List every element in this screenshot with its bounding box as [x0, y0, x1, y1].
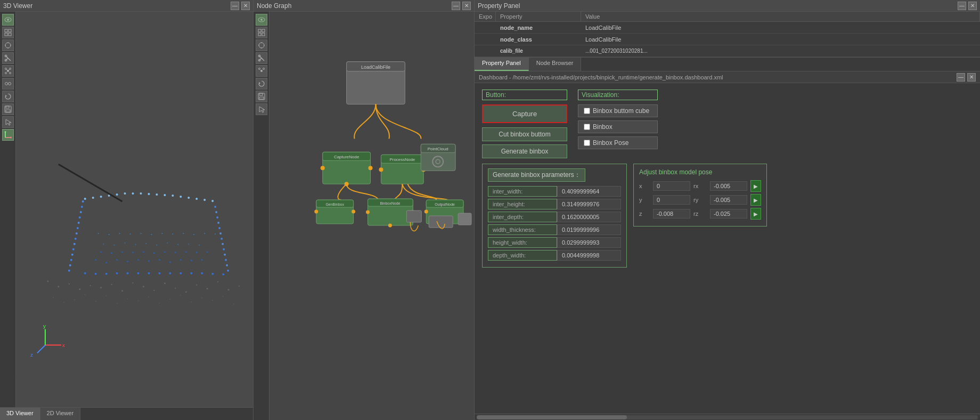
- svg-point-112: [223, 248, 225, 251]
- toolbar-scissors-icon[interactable]: [2, 52, 14, 64]
- toolbar-nodes-icon[interactable]: [2, 65, 14, 77]
- svg-point-218: [379, 167, 383, 172]
- nodegraph-minimize[interactable]: —: [452, 2, 460, 10]
- svg-point-42: [121, 290, 123, 292]
- adjust-y-input[interactable]: [653, 195, 690, 205]
- svg-marker-25: [5, 95, 7, 97]
- node-toolbar-grid[interactable]: [256, 27, 267, 38]
- cut-binbox-button[interactable]: Cut binbox buttom: [482, 127, 567, 141]
- generate-binbox-button[interactable]: Generate binbox: [482, 144, 567, 158]
- node-toolbar-eye[interactable]: [256, 14, 267, 26]
- node-toolbar-save[interactable]: [256, 91, 267, 102]
- toolbar-cursor-icon[interactable]: [2, 116, 14, 128]
- svg-point-51: [217, 281, 218, 282]
- prop-row-2: calib_file ...001_02720031020281...: [475, 45, 980, 57]
- param-row-1: inter_height: 0.3149999976: [488, 199, 621, 209]
- svg-rect-2: [5, 29, 7, 32]
- svg-text:PointCloud: PointCloud: [428, 147, 448, 151]
- adjust-rz-input[interactable]: [710, 209, 747, 219]
- binbox-pose-input[interactable]: [584, 140, 590, 146]
- adjust-rx-input[interactable]: [710, 181, 747, 191]
- param-value-3[interactable]: 0.0199999996: [557, 224, 621, 235]
- node-toolbar-scissors[interactable]: [256, 52, 267, 64]
- svg-point-116: [227, 270, 229, 272]
- 3d-pointcloud: x y z: [16, 12, 253, 407]
- dashboard-close[interactable]: ✕: [967, 73, 976, 82]
- svg-point-64: [159, 303, 160, 304]
- viewer3d-minimize[interactable]: —: [231, 2, 239, 10]
- svg-point-118: [95, 273, 97, 275]
- svg-text:z: z: [30, 352, 33, 358]
- svg-point-158: [156, 245, 157, 246]
- dashboard-minimize[interactable]: —: [957, 73, 965, 82]
- binbox-checkbox[interactable]: Binbox: [578, 120, 658, 133]
- svg-point-151: [196, 252, 198, 253]
- tab-3d-viewer[interactable]: 3D Viewer: [0, 408, 40, 420]
- node-canvas[interactable]: LoadCalibFile CaptureNode: [270, 12, 474, 420]
- bottom-scrollbar[interactable]: [475, 414, 980, 420]
- property-panel-close[interactable]: ✕: [968, 2, 977, 10]
- viewer3d-titlebar: 3D Viewer — ✕: [0, 0, 253, 12]
- scrollbar-thumb[interactable]: [477, 415, 627, 419]
- svg-point-100: [187, 197, 190, 199]
- adjust-x-input[interactable]: [653, 181, 690, 191]
- param-value-5[interactable]: 0.0044999998: [557, 250, 621, 261]
- pp-tabs: Property Panel Node Browser: [475, 58, 980, 71]
- toolbar-eye-icon[interactable]: [2, 14, 14, 26]
- toolbar-connect-icon[interactable]: [2, 78, 14, 90]
- svg-point-166: [130, 233, 131, 235]
- adjust-ry-apply[interactable]: ▶: [750, 194, 761, 206]
- vis-section-label: Visualization:: [578, 90, 658, 100]
- param-value-2[interactable]: 0.1620000005: [557, 212, 621, 222]
- node-toolbar-cursor[interactable]: [256, 103, 267, 115]
- param-value-1[interactable]: 0.3149999976: [557, 199, 621, 209]
- svg-point-228: [314, 210, 318, 214]
- svg-rect-3: [9, 29, 11, 32]
- binbox-buttom-cube-label: Binbox buttom cube: [593, 107, 649, 115]
- node-toolbar-refresh[interactable]: [256, 78, 267, 90]
- param-value-4[interactable]: 0.0299999993: [557, 237, 621, 248]
- toolbar-save-icon[interactable]: [2, 103, 14, 115]
- toolbar-target-icon[interactable]: [2, 39, 14, 51]
- svg-rect-5: [9, 33, 11, 36]
- viewer3d-content: x y z: [0, 12, 253, 407]
- binbox-buttom-cube-checkbox[interactable]: Binbox buttom cube: [578, 104, 658, 117]
- viewer3d-close[interactable]: ✕: [241, 2, 250, 10]
- svg-point-239: [424, 210, 428, 214]
- tab-property-panel[interactable]: Property Panel: [475, 58, 529, 71]
- vis-col: Visualization: Binbox buttom cube Binbox: [578, 90, 658, 158]
- param-value-0[interactable]: 0.4099999964: [557, 186, 621, 197]
- prop-cell-expo-2: [475, 50, 496, 52]
- adjust-rx-apply[interactable]: ▶: [750, 180, 761, 192]
- nodegraph-close[interactable]: ✕: [462, 2, 471, 10]
- svg-rect-242: [458, 213, 471, 225]
- svg-point-49: [196, 285, 197, 286]
- svg-point-87: [84, 198, 86, 200]
- binbox-pose-checkbox[interactable]: Binbox Pose: [578, 136, 658, 149]
- node-toolbar: [254, 12, 270, 420]
- svg-point-165: [119, 233, 120, 234]
- node-toolbar-nodes[interactable]: [256, 65, 267, 77]
- dashboard-path: Dashboard - /home/zmt/rvs-installed/proj…: [479, 74, 723, 80]
- adjust-ry-input[interactable]: [710, 195, 747, 205]
- viewer3d-title: 3D Viewer: [3, 2, 32, 10]
- buttons-col: Button: Capture Cut binbox buttom Genera…: [482, 90, 567, 158]
- svg-point-48: [185, 291, 187, 293]
- tab-node-browser[interactable]: Node Browser: [529, 58, 582, 71]
- property-panel-minimize[interactable]: —: [958, 2, 966, 10]
- svg-marker-29: [6, 119, 11, 125]
- toolbar-grid-icon[interactable]: [2, 27, 14, 38]
- svg-point-134: [127, 261, 128, 262]
- svg-point-19: [9, 72, 11, 74]
- node-toolbar-target[interactable]: [256, 39, 267, 51]
- tab-2d-viewer[interactable]: 2D Viewer: [40, 408, 81, 420]
- capture-button[interactable]: Capture: [482, 104, 567, 123]
- toolbar-axis-icon[interactable]: [2, 129, 14, 141]
- adjust-y-label: y: [639, 197, 650, 203]
- toolbar-refresh-icon[interactable]: [2, 91, 14, 102]
- prop-cell-name-val: LoadCalibFile: [581, 23, 980, 32]
- binbox-buttom-cube-input[interactable]: [584, 108, 590, 114]
- adjust-rz-apply[interactable]: ▶: [750, 208, 761, 220]
- adjust-z-input[interactable]: [653, 209, 690, 219]
- binbox-input[interactable]: [584, 124, 590, 130]
